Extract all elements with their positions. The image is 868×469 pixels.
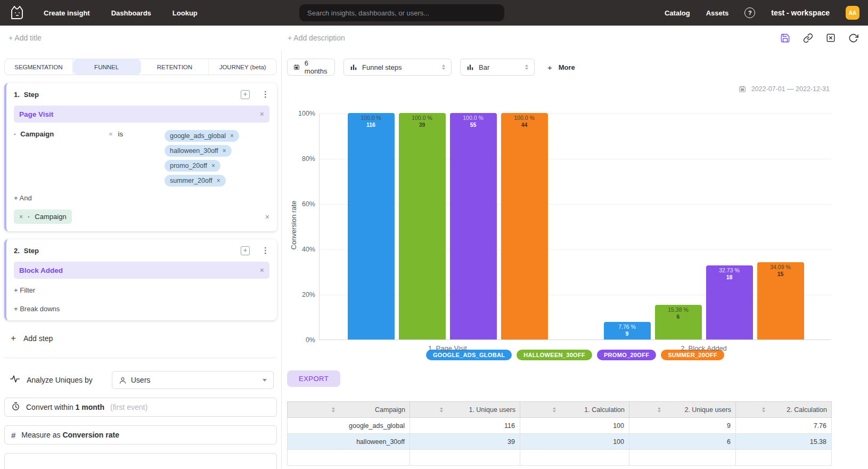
close-square-icon[interactable] bbox=[826, 33, 836, 43]
tab-retention[interactable]: RETENTION bbox=[141, 59, 209, 75]
add-step-button[interactable]: + Add step bbox=[11, 333, 277, 344]
add-event-icon[interactable]: + bbox=[241, 90, 250, 99]
funnel-step-2-card: 2. Step + ⋮ Block Added × + Filter + Bre… bbox=[4, 239, 277, 320]
tab-journey-beta[interactable]: JOURNEY (beta) bbox=[209, 59, 276, 75]
filter-bullet: · bbox=[14, 130, 16, 138]
add-title-button[interactable]: + Add title bbox=[9, 34, 42, 42]
chart-main-area: 6 months Funnel steps Bar + More bbox=[282, 50, 868, 469]
save-icon[interactable] bbox=[780, 33, 790, 43]
tab-segmentation[interactable]: SEGMENTATION bbox=[5, 59, 73, 75]
table-cell: 39 bbox=[410, 434, 520, 450]
bar-google-ads-global-2-block-added[interactable]: 7.76 %9 bbox=[604, 322, 651, 339]
add-event-icon[interactable]: + bbox=[241, 246, 250, 255]
filter-property[interactable]: Campaign bbox=[20, 130, 54, 138]
bar-google-ads-global-1-page-visit[interactable]: 100.0 %116 bbox=[348, 113, 395, 339]
copy-link-icon[interactable] bbox=[803, 33, 813, 43]
table-row-partial bbox=[288, 450, 832, 466]
funnel-builder-panel: SEGMENTATIONFUNNELRETENTIONJOURNEY (beta… bbox=[0, 50, 282, 469]
event-row-page-visit[interactable]: Page Visit × bbox=[14, 106, 269, 123]
bar-promo-20off-2-block-added[interactable]: 32.73 %18 bbox=[706, 265, 753, 339]
column-header-label: 1. Unique users bbox=[469, 406, 515, 414]
column-header-1-calculation[interactable]: 1. Calculation bbox=[520, 402, 629, 418]
workspace-name[interactable]: test - workspace bbox=[771, 9, 830, 17]
add-description-button[interactable]: + Add description bbox=[288, 34, 345, 42]
column-header-1-unique-users[interactable]: 1. Unique users bbox=[410, 402, 520, 418]
bar-count-label: 9 bbox=[604, 330, 651, 337]
partial-settings-row[interactable] bbox=[4, 453, 277, 469]
refresh-icon[interactable] bbox=[848, 33, 858, 43]
bar-count-label: 39 bbox=[399, 122, 446, 128]
breakdown-chip-campaign[interactable]: × · Campaign bbox=[14, 209, 72, 224]
chart-type-select[interactable]: Bar bbox=[460, 59, 535, 76]
remove-event-icon[interactable]: × bbox=[260, 110, 264, 118]
column-header-2-calculation[interactable]: 2. Calculation bbox=[736, 402, 832, 418]
remove-breakdown-icon[interactable]: × bbox=[19, 213, 23, 221]
remove-chip-icon[interactable]: × bbox=[217, 177, 220, 184]
chip-label: promo_20off bbox=[170, 162, 207, 169]
nav-lookup[interactable]: Lookup bbox=[173, 9, 198, 17]
add-and-filter-button[interactable]: + And bbox=[14, 194, 269, 202]
event-row-block-added[interactable]: Block Added × bbox=[14, 262, 269, 279]
bar-summer-20off-2-block-added[interactable]: 34.09 %15 bbox=[757, 262, 804, 339]
remove-breakdown-row-icon[interactable]: × bbox=[265, 213, 269, 221]
filter-chip-halloween-30off[interactable]: halloween_30off× bbox=[165, 145, 232, 157]
sort-icon[interactable] bbox=[762, 407, 765, 413]
remove-event-icon[interactable]: × bbox=[260, 266, 264, 274]
filter-chip-google-ads-global[interactable]: google_ads_global× bbox=[165, 130, 239, 142]
bar-summer-20off-1-page-visit[interactable]: 100.0 %44 bbox=[501, 113, 548, 339]
remove-chip-icon[interactable]: × bbox=[211, 162, 215, 169]
measure-as-row[interactable]: # Measure as Conversion rate bbox=[4, 425, 277, 444]
remove-filter-icon[interactable]: × bbox=[109, 130, 113, 138]
step-number: 1. bbox=[14, 91, 20, 99]
step-menu-icon[interactable]: ⋮ bbox=[261, 246, 269, 255]
table-row-halloween-30off[interactable]: halloween_30off39100615.38 bbox=[288, 434, 832, 450]
convert-within-row[interactable]: Convert within 1 month (first event) bbox=[4, 398, 277, 417]
filter-row-campaign: · Campaign × is google_ads_global×hallow… bbox=[14, 130, 269, 187]
remove-chip-icon[interactable]: × bbox=[230, 132, 234, 140]
sort-icon[interactable] bbox=[658, 407, 661, 413]
nav-assets[interactable]: Assets bbox=[706, 9, 729, 17]
view-mode-value: Funnel steps bbox=[362, 63, 402, 71]
event-name: Page Visit bbox=[19, 110, 53, 118]
bar-halloween-30off-1-page-visit[interactable]: 100.0 %39 bbox=[399, 113, 446, 339]
results-table: Campaign1. Unique users1. Calculation2. … bbox=[287, 401, 832, 466]
add-filter-button[interactable]: + Filter bbox=[14, 286, 269, 294]
column-header-2-unique-users[interactable]: 2. Unique users bbox=[629, 402, 736, 418]
tab-funnel[interactable]: FUNNEL bbox=[73, 59, 141, 75]
user-avatar[interactable]: AA bbox=[846, 6, 859, 20]
help-icon[interactable]: ? bbox=[744, 7, 755, 18]
nav-create-insight[interactable]: Create insight bbox=[44, 9, 90, 17]
sort-icon[interactable] bbox=[332, 407, 335, 413]
app-logo-cat-icon[interactable] bbox=[9, 4, 26, 21]
table-row-google-ads-global[interactable]: google_ads_global11610097.76 bbox=[288, 418, 832, 434]
bar-label: 32.73 %18 bbox=[706, 267, 753, 281]
filter-operator[interactable]: is bbox=[118, 130, 123, 138]
add-breakdowns-button[interactable]: + Break downs bbox=[14, 305, 269, 313]
bar-promo-20off-1-page-visit[interactable]: 100.0 %55 bbox=[450, 113, 497, 339]
sort-icon[interactable] bbox=[440, 407, 443, 413]
hash-icon: # bbox=[11, 431, 15, 440]
bar-count-label: 55 bbox=[450, 122, 497, 128]
table-cell bbox=[736, 450, 832, 466]
column-header-campaign[interactable]: Campaign bbox=[288, 402, 410, 418]
global-search-input[interactable] bbox=[299, 4, 504, 21]
add-step-label: Add step bbox=[23, 334, 53, 343]
filter-chip-summer-20off[interactable]: summer_20off× bbox=[165, 175, 226, 187]
bar-label: 100.0 %44 bbox=[501, 115, 548, 128]
export-button[interactable]: EXPORT bbox=[287, 370, 340, 387]
analyze-by-dropdown[interactable]: Users bbox=[112, 371, 274, 389]
nav-dashboards[interactable]: Dashboards bbox=[111, 9, 151, 17]
view-mode-select[interactable]: Funnel steps bbox=[343, 59, 452, 76]
filter-chip-promo-20off[interactable]: promo_20off× bbox=[165, 160, 220, 172]
remove-chip-icon[interactable]: × bbox=[223, 147, 226, 155]
bar-halloween-30off-2-block-added[interactable]: 15.38 %6 bbox=[655, 305, 702, 339]
bar-percent-label: 32.73 % bbox=[706, 267, 753, 274]
date-range-button[interactable]: 6 months bbox=[287, 59, 335, 76]
bar-label: 100.0 %116 bbox=[348, 115, 395, 128]
filter-value-chips: google_ads_global×halloween_30off×promo_… bbox=[165, 130, 239, 187]
step-menu-icon[interactable]: ⋮ bbox=[261, 90, 269, 99]
nav-catalog[interactable]: Catalog bbox=[665, 9, 690, 17]
sort-icon[interactable] bbox=[553, 407, 556, 413]
y-axis-title: Conversion rate bbox=[290, 183, 298, 268]
more-options-button[interactable]: + More bbox=[547, 63, 575, 72]
